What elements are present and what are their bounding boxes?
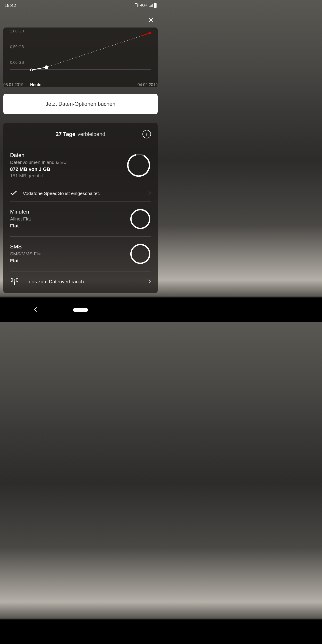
usage-chart-card: 1,00 GB 0,50 GB 0,00 GB 05.01.2019 Heute… [3, 28, 158, 87]
minutes-block[interactable]: Minuten Allnet Flat Flat [10, 202, 151, 236]
days-bold: 27 Tage [56, 131, 75, 137]
svg-point-2 [30, 69, 33, 71]
battery-icon [154, 3, 156, 8]
sms-ring-icon [130, 243, 151, 264]
svg-point-8 [126, 153, 151, 178]
x-tick-today: Heute [30, 82, 41, 87]
chart-svg [10, 31, 151, 72]
x-tick-end: 04.02.2019 [138, 82, 158, 87]
data-usage-info-label: Infos zum Datenverbrauch [26, 279, 148, 285]
data-amount: 872 MB von 1 GB [10, 166, 126, 172]
svg-point-10 [131, 245, 150, 264]
minutes-amount: Flat [10, 223, 130, 229]
status-time: 19:42 [4, 3, 16, 8]
vibrate-icon [134, 3, 139, 8]
close-button[interactable] [146, 16, 156, 24]
svg-point-11 [14, 280, 15, 281]
home-pill[interactable] [73, 308, 88, 312]
usage-card: 27 Tage verbleibend i Daten Datenvolumen… [3, 123, 158, 293]
data-title: Daten [10, 152, 126, 158]
data-used: 151 MB genutzt [10, 173, 126, 178]
minutes-subtitle: Allnet Flat [10, 216, 130, 222]
svg-rect-0 [135, 4, 137, 7]
nav-bar [0, 298, 161, 322]
antenna-icon [10, 277, 19, 286]
svg-line-3 [46, 33, 150, 67]
data-block[interactable]: Daten Datenvolumen Inland & EU 872 MB vo… [10, 145, 151, 185]
status-bar: 19:42 4G+ [0, 0, 161, 11]
minutes-title: Minuten [10, 209, 130, 215]
info-icon[interactable]: i [142, 130, 151, 138]
sms-amount: Flat [10, 258, 130, 264]
svg-line-4 [141, 33, 150, 36]
minutes-ring-icon [130, 208, 151, 230]
network-label: 4G+ [140, 3, 147, 8]
svg-point-9 [131, 210, 150, 228]
check-icon [10, 190, 17, 196]
sms-subtitle: SMS/MMS Flat [10, 251, 130, 256]
speedgo-row[interactable]: Vodafone SpeedGo ist eingeschaltet. [10, 185, 151, 202]
chevron-right-icon [148, 191, 151, 196]
status-icons: 4G+ [134, 3, 156, 8]
svg-line-1 [32, 67, 46, 70]
x-tick-start: 05.01.2019 [3, 82, 24, 87]
days-remaining-row: 27 Tage verbleibend i [10, 123, 151, 145]
speedgo-text: Vodafone SpeedGo ist eingeschaltet. [23, 191, 148, 196]
data-usage-info-row[interactable]: Infos zum Datenverbrauch [10, 272, 151, 293]
sms-block[interactable]: SMS SMS/MMS Flat Flat [10, 236, 151, 272]
chevron-right-icon [148, 279, 151, 284]
svg-point-5 [44, 65, 48, 69]
signal-icon [149, 4, 153, 7]
cta-label: Jetzt Daten-Optionen buchen [46, 101, 116, 107]
data-subtitle: Datenvolumen Inland & EU [10, 160, 126, 165]
svg-point-6 [149, 32, 151, 34]
data-ring-icon [126, 153, 151, 178]
book-data-options-button[interactable]: Jetzt Daten-Optionen buchen [3, 94, 158, 114]
sms-title: SMS [10, 244, 130, 250]
days-rest: verbleibend [78, 131, 105, 137]
back-button[interactable] [34, 307, 38, 313]
